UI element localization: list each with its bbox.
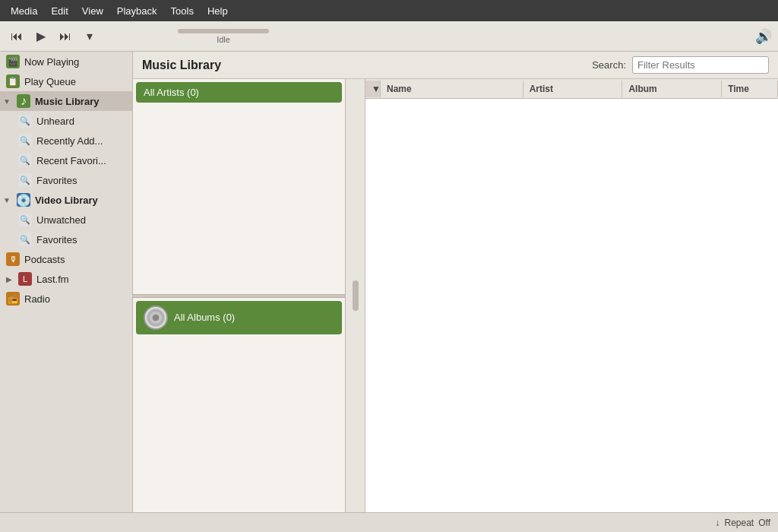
sidebar-item-lastfm[interactable]: ▶ L Last.fm bbox=[0, 269, 132, 289]
statusbar: ↓ Repeat Off bbox=[0, 512, 778, 532]
sidebar-label-video-favorites: Favorites bbox=[36, 234, 77, 245]
progress-area: Idle bbox=[109, 29, 337, 44]
resize-handle[interactable] bbox=[353, 280, 359, 311]
sidebar-label-unwatched: Unwatched bbox=[36, 214, 86, 226]
video-library-arrow: ▼ bbox=[3, 196, 11, 204]
play-queue-icon: 📋 bbox=[6, 74, 20, 88]
middle-panel bbox=[346, 79, 365, 512]
album-disc-icon bbox=[144, 306, 168, 330]
repeat-value: Off bbox=[758, 518, 770, 528]
tracks-panel: ▼ Name Artist Album Time bbox=[365, 79, 778, 512]
album-header-label: Album bbox=[628, 84, 656, 94]
idle-status: Idle bbox=[217, 35, 230, 44]
sidebar-label-music-library: Music Library bbox=[35, 96, 100, 107]
radio-icon: 📻 bbox=[6, 292, 20, 306]
menu-help[interactable]: Help bbox=[201, 4, 234, 18]
music-library-icon: ♪ bbox=[17, 94, 30, 108]
music-favorites-icon: 🔍 bbox=[18, 173, 32, 187]
play-button[interactable]: ▶ bbox=[30, 26, 52, 47]
sidebar-item-unwatched[interactable]: 🔍 Unwatched bbox=[0, 210, 132, 230]
content-area: Music Library Search: All Artists (0) bbox=[133, 52, 778, 512]
main-layout: 🎬 Now Playing 📋 Play Queue ▼ ♪ Music Lib… bbox=[0, 52, 778, 512]
sidebar-label-podcasts: Podcasts bbox=[24, 254, 65, 265]
artist-header-label: Artist bbox=[530, 84, 553, 94]
menu-view[interactable]: View bbox=[76, 4, 109, 18]
toolbar: ⏮ ▶ ⏭ ▾ Idle 🔊 bbox=[0, 21, 778, 52]
sidebar-item-radio[interactable]: 📻 Radio bbox=[0, 289, 132, 309]
sidebar-item-recently-added[interactable]: 🔍 Recently Add... bbox=[0, 131, 132, 150]
name-column-header[interactable]: Name bbox=[381, 81, 523, 97]
name-header-label: Name bbox=[387, 84, 412, 94]
sidebar-item-podcasts[interactable]: 🎙 Podcasts bbox=[0, 249, 132, 269]
now-playing-icon: 🎬 bbox=[6, 55, 20, 68]
sidebar-label-radio: Radio bbox=[24, 293, 50, 305]
all-artists-label: All Artists (0) bbox=[144, 87, 199, 98]
podcasts-icon: 🎙 bbox=[6, 252, 20, 266]
all-albums-label: All Albums (0) bbox=[174, 312, 235, 323]
content-header: Music Library Search: bbox=[133, 52, 778, 79]
sidebar-label-play-queue: Play Queue bbox=[24, 76, 76, 87]
unheard-icon: 🔍 bbox=[18, 114, 32, 128]
sidebar-label-recent-favorites: Recent Favori... bbox=[36, 155, 106, 166]
sidebar-item-video-library[interactable]: ▼ 💿 Video Library bbox=[0, 190, 132, 210]
albums-panel: All Albums (0) bbox=[133, 298, 345, 513]
sidebar-item-unheard[interactable]: 🔍 Unheard bbox=[0, 111, 132, 131]
lastfm-icon: L bbox=[18, 272, 32, 286]
time-column-header[interactable]: Time bbox=[722, 81, 778, 97]
recently-added-icon: 🔍 bbox=[18, 134, 32, 147]
sort-down-icon: ▼ bbox=[372, 84, 381, 94]
sidebar-item-now-playing[interactable]: 🎬 Now Playing bbox=[0, 52, 132, 71]
menu-tools[interactable]: Tools bbox=[165, 4, 200, 18]
sidebar-item-recent-favorites[interactable]: 🔍 Recent Favori... bbox=[0, 150, 132, 170]
time-header-label: Time bbox=[728, 84, 749, 94]
recent-favorites-icon: 🔍 bbox=[18, 154, 32, 167]
sidebar-item-play-queue[interactable]: 📋 Play Queue bbox=[0, 71, 132, 91]
track-header: ▼ Name Artist Album Time bbox=[365, 79, 778, 99]
all-artists-item[interactable]: All Artists (0) bbox=[136, 82, 342, 103]
albums-list: All Albums (0) bbox=[133, 298, 345, 513]
progress-bar[interactable] bbox=[178, 29, 269, 33]
menu-edit[interactable]: Edit bbox=[45, 4, 74, 18]
search-label: Search: bbox=[592, 59, 626, 71]
next-button[interactable]: ⏭ bbox=[55, 26, 76, 47]
video-favorites-icon: 🔍 bbox=[18, 233, 32, 246]
all-albums-item[interactable]: All Albums (0) bbox=[136, 301, 342, 334]
sidebar-item-music-favorites[interactable]: 🔍 Favorites bbox=[0, 170, 132, 190]
track-list bbox=[365, 99, 778, 512]
menu-playback[interactable]: Playback bbox=[111, 4, 163, 18]
sidebar-item-video-favorites[interactable]: 🔍 Favorites bbox=[0, 230, 132, 249]
sort-indicator-column[interactable]: ▼ bbox=[365, 81, 381, 97]
sidebar-label-unheard: Unheard bbox=[36, 116, 74, 127]
unwatched-icon: 🔍 bbox=[18, 213, 32, 226]
artists-panel: All Artists (0) bbox=[133, 79, 345, 294]
repeat-arrow-icon: ↓ bbox=[716, 518, 720, 528]
volume-icon: 🔊 bbox=[755, 28, 772, 45]
sidebar-item-music-library[interactable]: ▼ ♪ Music Library bbox=[0, 91, 132, 111]
repeat-label: Repeat bbox=[725, 518, 754, 528]
sidebar-label-video-library: Video Library bbox=[35, 195, 98, 206]
artists-list: All Artists (0) bbox=[133, 79, 345, 294]
panels: All Artists (0) All Albums (0) bbox=[133, 79, 778, 512]
music-library-arrow: ▼ bbox=[3, 97, 11, 106]
sidebar-label-recently-added: Recently Add... bbox=[36, 135, 103, 147]
prev-button[interactable]: ⏮ bbox=[6, 26, 27, 47]
page-title: Music Library bbox=[142, 59, 586, 72]
menu-media[interactable]: Media bbox=[5, 4, 43, 18]
video-library-icon: 💿 bbox=[17, 193, 30, 207]
album-column-header[interactable]: Album bbox=[622, 81, 722, 97]
search-input[interactable] bbox=[632, 56, 769, 74]
sidebar-label-now-playing: Now Playing bbox=[24, 56, 79, 68]
menubar: Media Edit View Playback Tools Help bbox=[0, 0, 778, 21]
sidebar: 🎬 Now Playing 📋 Play Queue ▼ ♪ Music Lib… bbox=[0, 52, 133, 512]
next-dropdown-button[interactable]: ▾ bbox=[79, 26, 100, 47]
lastfm-arrow: ▶ bbox=[6, 275, 12, 283]
sidebar-label-lastfm: Last.fm bbox=[36, 274, 69, 285]
sidebar-label-music-favorites: Favorites bbox=[36, 175, 77, 186]
artist-column-header[interactable]: Artist bbox=[523, 81, 623, 97]
volume-area[interactable]: 🔊 bbox=[755, 28, 772, 45]
left-panels: All Artists (0) All Albums (0) bbox=[133, 79, 346, 512]
